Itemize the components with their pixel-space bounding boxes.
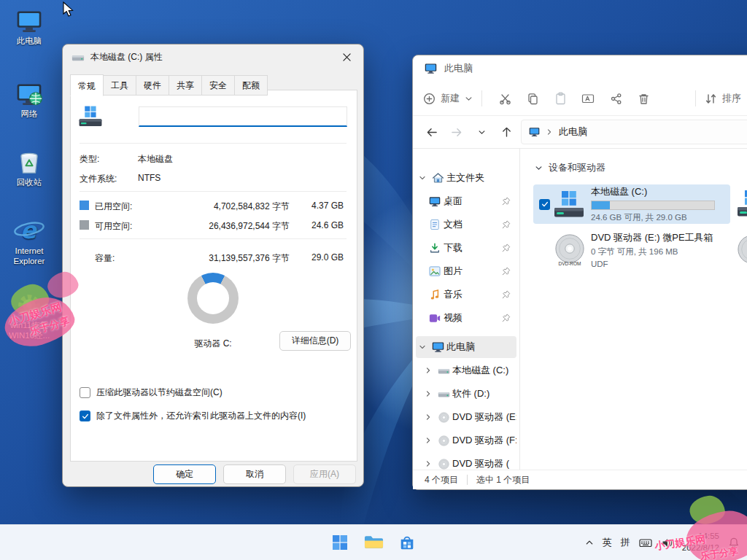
devices-section-header[interactable]: 设备和驱动器 [535, 161, 605, 174]
usage-donut [187, 273, 239, 324]
chevron-down-icon [465, 95, 473, 103]
drive-item-text: 本地磁盘 (C:) 24.6 GB 可用, 共 29.0 GB [585, 185, 730, 223]
type-label: 类型: [80, 153, 99, 166]
cancel-button[interactable]: 取消 [223, 464, 286, 484]
share-button[interactable] [602, 86, 630, 111]
rename-button[interactable] [574, 86, 602, 111]
compress-checkbox-row[interactable]: 压缩此驱动器以节约磁盘空间(C) [80, 386, 222, 399]
dvd-item-e[interactable]: DVD-ROM DVD 驱动器 (E:) 微PE工具箱 0 字节 可用, 共 1… [533, 230, 730, 269]
tab-sharing[interactable]: 共享 [169, 75, 202, 96]
sidebar-item-this-pc[interactable]: 此电脑 [416, 336, 516, 358]
apply-button[interactable]: 应用(A) [293, 464, 356, 484]
delete-button[interactable] [630, 86, 657, 111]
sidebar-item-label: 本地磁盘 (C:) [452, 364, 508, 377]
touch-keyboard-button[interactable] [639, 537, 652, 548]
capacity-bar [591, 201, 715, 210]
tab-security[interactable]: 安全 [202, 75, 235, 96]
taskbar-center [325, 525, 422, 560]
mouse-cursor [63, 1, 74, 18]
sidebar-item-music[interactable]: 音乐 [416, 284, 516, 306]
sidebar-item-label: DVD 驱动器 ( [452, 457, 509, 470]
sidebar-item-label: 音乐 [444, 288, 462, 301]
item-checkbox[interactable] [539, 199, 550, 210]
desktop-icon-internet-explorer[interactable]: e Internet Explorer [1, 216, 58, 267]
notification-button[interactable] [728, 537, 740, 548]
taskbar-store-button[interactable] [392, 528, 422, 557]
sidebar-item-desktop[interactable]: 桌面 [416, 190, 516, 212]
chevron-right-icon [546, 128, 553, 136]
ok-button[interactable]: 确定 [153, 464, 216, 484]
clock[interactable]: 14:55 2022/8/12 [682, 531, 719, 553]
type-value: 本地磁盘 [138, 153, 173, 166]
index-checkbox-label: 除了文件属性外，还允许索引此驱动器上文件的内容(I) [96, 410, 306, 422]
volume-button[interactable] [661, 537, 673, 548]
drive-item-c[interactable]: 本地磁盘 (C:) 24.6 GB 可用, 共 29.0 GB [533, 184, 730, 224]
index-checkbox[interactable] [80, 411, 90, 421]
paste-button[interactable] [546, 86, 574, 111]
start-button[interactable] [325, 528, 355, 557]
explorer-navbar: 此电脑 [413, 116, 747, 149]
volume-label-input[interactable] [139, 106, 347, 127]
tray-overflow-button[interactable] [585, 538, 594, 547]
copy-button[interactable] [519, 86, 546, 111]
index-checkbox-row[interactable]: 除了文件属性外，还允许索引此驱动器上文件的内容(I) [80, 410, 306, 422]
up-button[interactable] [496, 122, 516, 142]
sort-button[interactable]: 排序 [705, 92, 741, 105]
desktop-icon-recycle-bin[interactable]: 回收站 [1, 147, 58, 187]
sidebar-item-pictures[interactable]: 图片 [416, 260, 516, 282]
pin-icon [502, 290, 511, 299]
compress-checkbox[interactable] [80, 387, 90, 398]
sidebar-item-home[interactable]: 主文件夹 [416, 167, 516, 189]
desktop-icon-network[interactable]: 网络 [1, 79, 58, 119]
ime-indicator[interactable]: 拼 [621, 536, 630, 549]
toolbar-separator [695, 90, 696, 106]
document-icon [426, 219, 444, 230]
chevron-down-icon [478, 128, 486, 136]
sidebar-item-label: 主文件夹 [446, 171, 484, 184]
desktop-icon-win11-restore[interactable]: win11恢复 WIN10经... [1, 290, 58, 341]
ok-button-label: 确定 [176, 468, 193, 481]
tab-general[interactable]: 常规 [70, 74, 104, 96]
chevron-up-icon [585, 538, 594, 547]
language-indicator[interactable]: 英 [603, 536, 612, 549]
chevron-right-icon [422, 390, 435, 397]
explorer-sidebar: 主文件夹 桌面 文档 下载 图片 [413, 148, 520, 470]
tab-tools[interactable]: 工具 [104, 75, 136, 96]
desktop-icon-label: 此电脑 [17, 36, 42, 46]
desktop-icon-this-pc[interactable]: 此电脑 [1, 6, 58, 46]
history-dropdown-button[interactable] [471, 122, 492, 142]
sidebar-item-videos[interactable]: 视频 [416, 307, 516, 329]
new-button[interactable]: 新建 [423, 92, 473, 105]
breadcrumb[interactable]: 此电脑 [559, 125, 587, 139]
tab-hardware[interactable]: 硬件 [136, 75, 169, 96]
address-bar[interactable]: 此电脑 [521, 120, 747, 144]
tab-quota[interactable]: 配额 [235, 75, 268, 96]
cut-button[interactable] [491, 86, 519, 111]
sidebar-item-dvd-f[interactable]: DVD 驱动器 (F:) [416, 429, 516, 451]
chevron-right-icon [422, 367, 435, 374]
sidebar-item-dvd-g[interactable]: DVD 驱动器 ( [416, 453, 516, 470]
sidebar-item-label: 软件 (D:) [452, 387, 489, 400]
dvd-icon-block: DVD-ROM [554, 233, 585, 266]
drive-icon [435, 365, 452, 376]
dialog-close-button[interactable] [330, 44, 363, 69]
sidebar-item-drive-c[interactable]: 本地磁盘 (C:) [416, 359, 516, 381]
disc-icon [435, 459, 452, 470]
chevron-down-icon [535, 164, 543, 172]
sidebar-item-documents[interactable]: 文档 [416, 214, 516, 236]
sidebar-item-dvd-e[interactable]: DVD 驱动器 (E:) [416, 406, 516, 428]
close-icon [343, 53, 351, 61]
this-pc-icon [429, 341, 446, 353]
store-icon [398, 534, 416, 551]
back-button[interactable] [422, 122, 442, 142]
details-button[interactable]: 详细信息(D) [279, 331, 351, 351]
section-label: 设备和驱动器 [549, 161, 605, 174]
used-space-gb: 4.37 GB [290, 201, 344, 211]
desktop-icon-label: Internet Explorer [1, 246, 58, 267]
forward-button[interactable] [446, 122, 467, 142]
picture-icon [426, 266, 444, 276]
folder-icon [364, 534, 384, 551]
taskbar-explorer-button[interactable] [359, 528, 388, 557]
sidebar-item-drive-d[interactable]: 软件 (D:) [416, 383, 516, 405]
sidebar-item-downloads[interactable]: 下载 [416, 237, 516, 259]
